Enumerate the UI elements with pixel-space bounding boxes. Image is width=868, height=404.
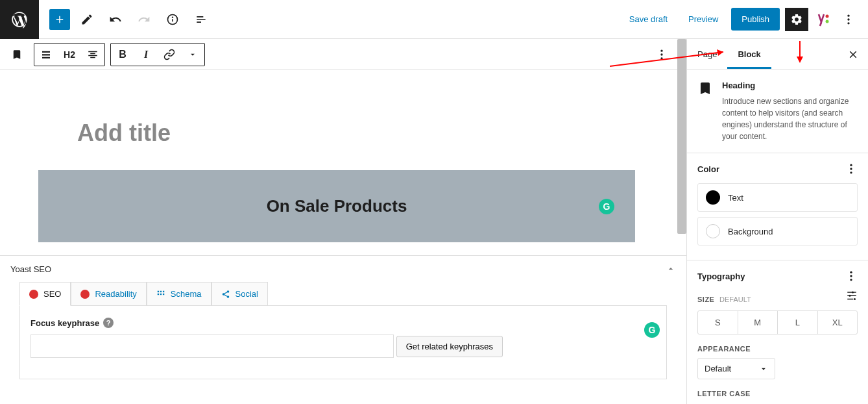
svg-line-23 — [224, 292, 226, 293]
svg-point-27 — [850, 171, 852, 173]
sidebar-close-button[interactable] — [838, 49, 868, 60]
add-block-button[interactable] — [49, 9, 70, 30]
settings-button[interactable] — [785, 8, 808, 31]
svg-point-2 — [173, 17, 173, 18]
size-s-button[interactable]: S — [698, 311, 738, 334]
svg-rect-14 — [158, 290, 159, 292]
typography-panel-options[interactable] — [845, 270, 858, 283]
status-dot-icon — [29, 290, 38, 299]
size-default-label: DEFAULT — [719, 296, 751, 303]
color-swatch-icon — [706, 190, 720, 205]
svg-rect-18 — [160, 293, 162, 294]
lettercase-label: LETTER CASE — [697, 390, 858, 398]
svg-rect-16 — [163, 290, 164, 292]
svg-point-25 — [850, 164, 852, 166]
svg-point-32 — [849, 295, 851, 297]
preview-link[interactable]: Preview — [681, 9, 726, 29]
sidebar-tab-block[interactable]: Block — [727, 40, 771, 68]
text-color-button[interactable]: Text — [697, 183, 858, 212]
svg-point-4 — [826, 19, 829, 23]
undo-button[interactable] — [104, 8, 127, 31]
svg-point-30 — [850, 279, 852, 281]
size-l-button[interactable]: L — [778, 311, 818, 334]
size-settings-icon[interactable] — [846, 290, 858, 302]
svg-rect-8 — [42, 51, 50, 52]
block-info-title: Heading — [722, 81, 858, 90]
svg-line-24 — [224, 294, 226, 296]
svg-point-22 — [226, 296, 229, 298]
size-label: SIZE — [697, 296, 714, 303]
more-options-button[interactable] — [837, 8, 860, 31]
more-format-button[interactable] — [181, 43, 204, 66]
outline-button[interactable] — [189, 8, 213, 31]
grid-icon — [156, 290, 165, 299]
bookmark-icon[interactable] — [5, 43, 29, 66]
text-align-button[interactable] — [81, 43, 104, 66]
svg-point-12 — [660, 53, 662, 55]
page-title-input[interactable]: Add title — [38, 109, 635, 157]
appearance-label: APPEARANCE — [697, 345, 858, 353]
svg-point-21 — [222, 293, 224, 296]
italic-button[interactable]: I — [134, 43, 158, 66]
yoast-tab-readability[interactable]: Readability — [71, 282, 146, 306]
bold-button[interactable]: B — [111, 43, 134, 66]
svg-rect-17 — [158, 293, 159, 294]
svg-rect-9 — [42, 54, 50, 55]
yoast-tab-social[interactable]: Social — [211, 282, 268, 306]
typography-panel-title: Typography — [697, 271, 745, 281]
link-button[interactable] — [158, 43, 181, 66]
yoast-icon[interactable] — [814, 10, 832, 29]
align-button[interactable] — [34, 43, 58, 66]
wordpress-logo[interactable] — [0, 0, 39, 39]
svg-point-3 — [826, 14, 829, 18]
svg-point-11 — [660, 49, 662, 51]
background-color-button[interactable]: Background — [697, 217, 858, 246]
help-icon[interactable]: ? — [103, 318, 114, 328]
heading-block[interactable]: On Sale Products — [38, 170, 635, 242]
svg-point-31 — [854, 298, 856, 300]
svg-point-6 — [847, 18, 849, 20]
svg-rect-15 — [160, 290, 162, 292]
appearance-select[interactable]: Default — [697, 358, 775, 379]
redo-button[interactable] — [132, 8, 156, 31]
svg-point-20 — [226, 290, 229, 293]
info-button[interactable] — [161, 8, 184, 31]
grammarly-icon[interactable]: G — [599, 199, 614, 214]
heading-block-icon — [697, 81, 713, 96]
svg-point-26 — [850, 168, 852, 170]
yoast-panel-title: Yoast SEO — [10, 264, 51, 274]
svg-point-13 — [660, 57, 662, 59]
svg-rect-10 — [42, 57, 50, 58]
yoast-tab-seo[interactable]: SEO — [19, 282, 71, 306]
save-draft-link[interactable]: Save draft — [621, 9, 675, 29]
yoast-collapse-button[interactable] — [666, 264, 676, 274]
heading-content[interactable]: On Sale Products — [51, 196, 622, 216]
color-swatch-icon — [706, 224, 720, 238]
svg-rect-19 — [163, 293, 164, 294]
share-icon — [221, 290, 230, 299]
focus-keyphrase-input[interactable] — [30, 335, 394, 358]
heading-level-button[interactable]: H2 — [58, 43, 81, 66]
size-m-button[interactable]: M — [738, 311, 778, 334]
focus-keyphrase-label: Focus keyphrase — [30, 318, 99, 328]
edit-mode-button[interactable] — [75, 8, 99, 31]
svg-point-29 — [850, 275, 852, 277]
sidebar-tab-page[interactable]: Page — [687, 40, 727, 68]
related-keyphrases-button[interactable]: Get related keyphrases — [396, 336, 503, 357]
svg-point-28 — [850, 271, 852, 273]
svg-point-33 — [852, 292, 854, 294]
size-xl-button[interactable]: XL — [818, 311, 858, 334]
editor-scrollbar[interactable] — [677, 70, 686, 234]
yoast-tab-schema[interactable]: Schema — [147, 282, 211, 306]
block-options-button[interactable] — [650, 43, 673, 66]
status-dot-icon — [80, 290, 90, 299]
svg-point-5 — [847, 14, 849, 16]
block-info-desc: Introduce new sections and organize cont… — [722, 95, 858, 142]
color-panel-options[interactable] — [845, 162, 858, 175]
grammarly-icon[interactable]: G — [644, 322, 660, 338]
publish-button[interactable]: Publish — [731, 8, 780, 31]
svg-point-7 — [847, 22, 849, 24]
color-panel-title: Color — [697, 164, 719, 174]
